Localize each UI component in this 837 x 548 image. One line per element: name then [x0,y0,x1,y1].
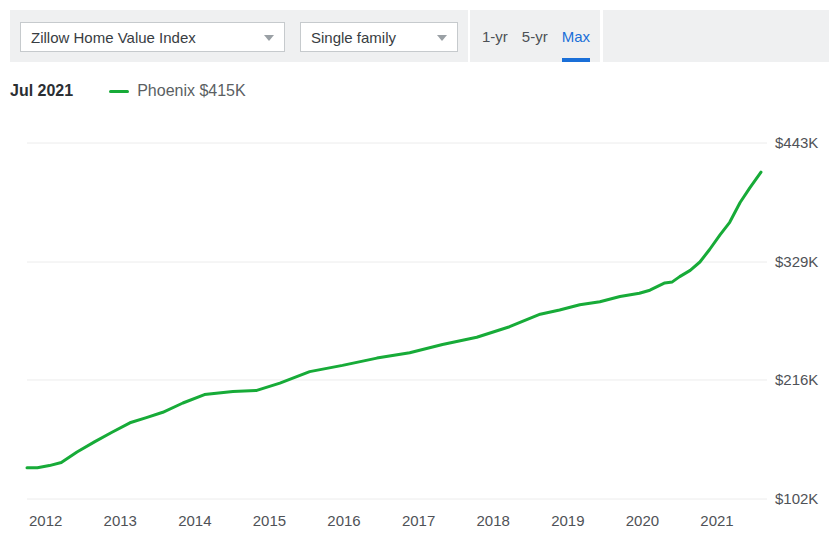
zillow-home-value-widget: Zillow Home Value Index Single family 1-… [0,0,837,548]
y-axis-label: $216K [775,371,818,388]
x-axis-label: 2020 [626,512,659,529]
x-axis-label: 2012 [29,512,62,529]
x-axis-label: 2014 [178,512,211,529]
price-line[interactable] [27,172,761,468]
chart-svg[interactable]: $443K$329K$216K$102K20122013201420152016… [0,0,837,548]
x-axis-label: 2021 [700,512,733,529]
x-axis-label: 2015 [253,512,286,529]
y-axis-label: $102K [775,490,818,507]
x-axis-label: 2017 [402,512,435,529]
x-axis-label: 2013 [104,512,137,529]
x-axis-label: 2018 [477,512,510,529]
x-axis-label: 2019 [551,512,584,529]
y-axis-label: $329K [775,253,818,270]
x-axis-label: 2016 [327,512,360,529]
y-axis-label: $443K [775,134,818,151]
